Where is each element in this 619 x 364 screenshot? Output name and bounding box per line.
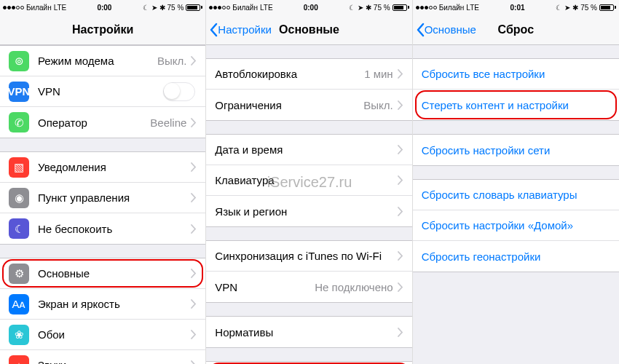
chevron-icon	[191, 193, 197, 202]
bluetooth-icon: ✱	[572, 4, 578, 12]
carrier-label: Билайн	[232, 4, 258, 12]
settings-row[interactable]: VPNНе подключено	[206, 272, 411, 302]
general-icon: ⚙	[9, 264, 29, 284]
settings-row[interactable]: ⊚Режим модемаВыкл.	[0, 46, 205, 76]
row-label: Язык и регион	[215, 205, 397, 218]
status-bar: Билайн LTE 0:01 ☾ ➤ ✱ 75 %	[413, 0, 619, 15]
dnd-icon: ☾	[9, 218, 29, 239]
settings-group: Сброс	[206, 361, 411, 364]
row-value: Выкл.	[363, 99, 393, 111]
settings-row[interactable]: Сбросить настройки «Домой»	[413, 210, 619, 241]
chevron-icon	[398, 207, 403, 216]
network-label: LTE	[260, 4, 273, 12]
row-label: Нормативы	[215, 326, 397, 339]
row-label: Оператор	[38, 116, 150, 129]
settings-group: Нормативы	[206, 316, 411, 348]
settings-row[interactable]: Клавиатура	[206, 165, 411, 196]
row-label: Клавиатура	[215, 174, 397, 186]
signal-dots	[416, 6, 437, 9]
settings-group: ⚙ОсновныеAᴀЭкран и яркость❀Обои♪Звуки◉To…	[0, 258, 205, 364]
settings-row[interactable]: Сбросить геонастройки	[413, 241, 619, 272]
settings-row[interactable]: Стереть контент и настройки	[413, 90, 619, 120]
settings-row[interactable]: Язык и регион	[206, 196, 411, 226]
settings-row[interactable]: Сбросить все настройки	[413, 59, 619, 90]
sounds-icon: ♪	[9, 355, 29, 365]
settings-group: Сбросить словарь клавиатурыСбросить наст…	[413, 179, 619, 272]
carrier-label: Билайн	[26, 4, 52, 12]
toggle-switch[interactable]	[163, 82, 195, 101]
battery-pct: 75 %	[374, 4, 390, 12]
settings-group: ⊚Режим модемаВыкл.VPNVPN✆ОператорBeeline	[0, 45, 205, 138]
status-bar: Билайн LTE 0:00 ☾ ➤ ✱ 75 %	[206, 0, 411, 15]
location-icon: ➤	[564, 4, 570, 12]
chevron-icon	[398, 100, 403, 110]
row-label: Основные	[38, 267, 191, 280]
row-label: Сбросить словарь клавиатуры	[422, 189, 610, 201]
row-label: Синхронизация с iTunes по Wi-Fi	[215, 250, 397, 262]
settings-row[interactable]: ◉Пункт управления	[0, 183, 205, 213]
settings-group: Сбросить настройки сети	[413, 134, 619, 166]
battery-pct: 75 %	[167, 4, 184, 12]
row-label: Уведомления	[38, 161, 191, 173]
settings-row[interactable]: ▧Уведомления	[0, 152, 205, 183]
chevron-icon	[191, 360, 197, 364]
settings-row[interactable]: VPNVPN	[0, 76, 205, 107]
chevron-icon	[398, 282, 403, 292]
settings-row[interactable]: ❀Обои	[0, 320, 205, 350]
settings-group: Дата и времяКлавиатураЯзык и регион	[206, 134, 411, 227]
location-icon: ➤	[358, 4, 363, 12]
network-label: LTE	[54, 4, 67, 12]
status-bar: Билайн LTE 0:00 ☾ ➤ ✱ 75 %	[0, 0, 205, 15]
network-label: LTE	[466, 4, 479, 12]
settings-row[interactable]: ✆ОператорBeeline	[0, 107, 205, 138]
row-label: Не беспокоить	[38, 223, 191, 235]
content[interactable]: ⊚Режим модемаВыкл.VPNVPN✆ОператорBeeline…	[0, 45, 205, 364]
settings-group: Синхронизация с iTunes по Wi-FiVPNНе под…	[206, 240, 411, 303]
hotspot-icon: ⊚	[9, 51, 29, 71]
row-label: Стереть контент и настройки	[422, 99, 610, 111]
settings-row[interactable]: Сбросить словарь клавиатуры	[413, 180, 619, 210]
row-value: Не подключено	[315, 281, 393, 293]
row-label: VPN	[215, 281, 315, 293]
back-button[interactable]: Настройки	[206, 23, 272, 37]
carrier-icon: ✆	[9, 112, 29, 132]
settings-row[interactable]: ⚙Основные	[0, 258, 205, 289]
content[interactable]: Автоблокировка1 минОграниченияВыкл. Дата…	[206, 45, 411, 364]
settings-row[interactable]: Автоблокировка1 мин	[206, 59, 411, 90]
settings-row[interactable]: Синхронизация с iTunes по Wi-Fi	[206, 241, 411, 272]
row-label: Пункт управления	[38, 191, 191, 204]
chevron-icon	[191, 269, 197, 278]
row-label: Сбросить настройки «Домой»	[422, 219, 610, 232]
settings-row[interactable]: ☾Не беспокоить	[0, 213, 205, 244]
row-label: Автоблокировка	[215, 68, 364, 80]
settings-row[interactable]: ОграниченияВыкл.	[206, 90, 411, 120]
settings-row[interactable]: AᴀЭкран и яркость	[0, 289, 205, 320]
carrier-label: Билайн	[439, 4, 465, 12]
settings-row[interactable]: Нормативы	[206, 317, 411, 347]
content[interactable]: Сбросить все настройкиСтереть контент и …	[413, 45, 619, 364]
nav-title: Настройки	[0, 23, 205, 36]
row-label: Режим модема	[38, 55, 157, 67]
chevron-icon	[191, 224, 197, 234]
chevron-icon	[191, 118, 197, 127]
notifications-icon: ▧	[9, 157, 29, 178]
settings-row[interactable]: ♪Звуки	[0, 350, 205, 364]
moon-icon: ☾	[349, 4, 355, 12]
signal-dots	[3, 6, 24, 9]
chevron-icon	[398, 69, 403, 79]
moon-icon: ☾	[556, 4, 562, 12]
settings-row[interactable]: Сбросить настройки сети	[413, 135, 619, 165]
status-time: 0:00	[97, 4, 111, 12]
screen-general: Билайн LTE 0:00 ☾ ➤ ✱ 75 % Настройки Осн…	[206, 0, 412, 364]
bluetooth-icon: ✱	[159, 4, 165, 12]
row-label: VPN	[38, 85, 163, 98]
row-label: Сбросить все настройки	[422, 68, 610, 80]
nav-bar: Настройки	[0, 15, 205, 45]
battery-icon	[186, 4, 202, 11]
back-button[interactable]: Основные	[413, 23, 476, 37]
settings-row[interactable]: Дата и время	[206, 135, 411, 165]
row-label: Ограничения	[215, 99, 363, 111]
settings-group: Сбросить все настройкиСтереть контент и …	[413, 58, 619, 121]
location-icon: ➤	[151, 4, 157, 12]
chevron-icon	[191, 162, 197, 172]
